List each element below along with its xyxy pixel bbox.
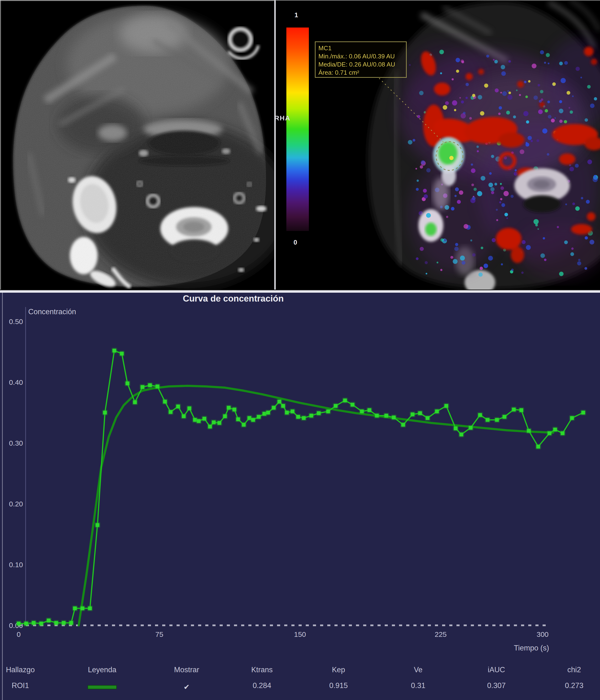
result-column-ktrans: Ktrans0.284	[251, 666, 273, 690]
x-tick-label: 225	[435, 630, 447, 638]
result-value: 0.307	[487, 681, 506, 690]
result-column-leyenda: Leyenda	[87, 666, 117, 689]
roi-stats-tooltip: MC1 Min./máx.: 0.06 AU/0.39 AU Media/DE:…	[315, 42, 407, 78]
colorbar-max-label: 1	[294, 11, 298, 19]
roi-name: MC1	[318, 44, 406, 52]
y-tick-label: 0.30	[9, 439, 23, 447]
result-value: 0.915	[329, 681, 348, 690]
roi-mean-sd: Media/DE: 0.26 AU/0.08 AU	[318, 60, 406, 69]
y-axis-title: Concentración	[28, 307, 76, 316]
result-column-mostrar: Mostrar✔	[174, 666, 199, 691]
y-tick-label: 0.50	[9, 318, 23, 325]
column-header: Hallazgo	[6, 666, 35, 674]
mri-image-panel[interactable]	[0, 0, 274, 291]
dce-mri-analysis-screen: 1 0 RHA MC1 Min./máx.: 0.06 AU/0.39 AU M…	[0, 0, 600, 700]
colorbar-min-label: 0	[293, 239, 297, 246]
roi1-legend-swatch	[87, 685, 117, 689]
column-header: Kep	[329, 666, 348, 674]
result-column-ve: Ve0.31	[411, 666, 425, 690]
roi-area: Área: 0.71 cm²	[318, 69, 406, 77]
result-value: 0.284	[251, 681, 273, 690]
column-header: Mostrar	[174, 666, 199, 674]
result-value: 0.31	[411, 681, 425, 690]
concentration-chart-section: 0.500.400.300.200.100.00075150225300Tiem…	[0, 293, 600, 700]
y-tick-label: 0.40	[9, 378, 23, 386]
x-tick-label: 300	[537, 630, 549, 638]
column-header: Ve	[411, 666, 425, 674]
x-tick-label: 0	[17, 630, 21, 638]
orientation-label: RHA	[275, 115, 290, 122]
result-column-chi2: chi20.273	[565, 666, 583, 690]
concentration-curve-plot: 0.500.400.300.200.100.00075150225300Tiem…	[0, 293, 600, 700]
result-column-hallazgo: HallazgoROI1	[6, 666, 35, 690]
results-table: HallazgoROI1LeyendaMostrar✔Ktrans0.284Ke…	[0, 666, 600, 700]
column-header: Leyenda	[87, 666, 117, 674]
perfusion-map-panel[interactable]: 1 0 RHA MC1 Min./máx.: 0.06 AU/0.39 AU M…	[276, 0, 600, 291]
fit-curve	[79, 386, 553, 625]
measured-curve	[19, 351, 583, 623]
chart-title: Curva de concentración	[183, 294, 284, 304]
x-tick-label: 75	[155, 630, 163, 638]
show-roi1-checkbox[interactable]: ✔	[174, 683, 199, 691]
colorbar	[286, 27, 309, 231]
x-axis-title: Tiempo (s)	[514, 644, 549, 652]
column-header: iAUC	[487, 666, 506, 674]
column-header: Ktrans	[251, 666, 273, 674]
result-column-iauc: iAUC0.307	[487, 666, 506, 690]
column-header: chi2	[565, 666, 583, 674]
result-value: 0.273	[565, 681, 583, 690]
x-tick-label: 150	[294, 630, 306, 638]
roi-min-max: Min./máx.: 0.06 AU/0.39 AU	[318, 52, 406, 60]
y-tick-label: 0.10	[9, 561, 23, 569]
horizontal-separator	[0, 290, 600, 293]
result-value: ROI1	[6, 681, 35, 690]
result-column-kep: Kep0.915	[329, 666, 348, 690]
panel-divider	[274, 0, 276, 291]
axial-neck-mri-image	[0, 0, 274, 291]
y-tick-label: 0.20	[9, 500, 23, 508]
